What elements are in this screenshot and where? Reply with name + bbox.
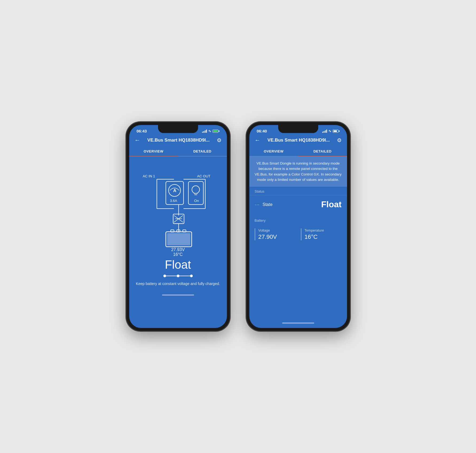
temp-label: Temperature <box>305 228 342 232</box>
back-button[interactable]: ← <box>135 137 140 143</box>
home-bar-2-indicator <box>282 322 314 324</box>
voltage-label: Voltage <box>258 228 296 232</box>
tab-detailed-2[interactable]: DETAILED <box>298 147 347 156</box>
state-dots-icon: ⋯ <box>255 202 259 208</box>
phone-2-tabs: OVERVIEW DETAILED <box>249 147 347 157</box>
phone-2-notch <box>278 125 318 133</box>
tab-overview-2[interactable]: OVERVIEW <box>249 147 298 156</box>
stage-dot-3 <box>190 275 193 277</box>
battery-state: Float <box>165 258 191 271</box>
svg-text:AC OUT: AC OUT <box>197 174 210 178</box>
signal-bars-icon <box>202 130 207 133</box>
phone-2-status-icons: ∿ <box>322 129 340 133</box>
back-button-2[interactable]: ← <box>255 137 261 143</box>
circuit-diagram: AC IN 1 AC OUT <box>135 162 222 253</box>
svg-text:AC IN 1: AC IN 1 <box>143 174 155 178</box>
signal-bars-2-icon <box>322 130 327 133</box>
wifi-2-icon: ∿ <box>328 129 331 133</box>
svg-text:3.6A: 3.6A <box>170 199 177 203</box>
phone-2-home-bar <box>249 319 347 328</box>
state-value: Float <box>321 200 341 209</box>
device-title: VE.Bus Smart HQ1838HD9I... <box>143 138 214 143</box>
phone-1-frame: 06:43 ∿ <box>126 122 230 331</box>
home-bar-indicator <box>162 294 194 296</box>
settings-gear-icon[interactable]: ⚙ <box>217 137 222 143</box>
svg-point-13 <box>192 186 199 194</box>
status-section-label: Status <box>249 187 347 195</box>
tab-detailed[interactable]: DETAILED <box>178 147 227 156</box>
stage-line-1 <box>166 276 177 276</box>
temperature-metric: Temperature 16°C <box>301 228 342 240</box>
temp-value: 16°C <box>305 233 342 240</box>
settings-gear-2-icon[interactable]: ⚙ <box>337 137 342 143</box>
phone-1-tabs: OVERVIEW DETAILED <box>129 147 227 157</box>
keep-charged-text: Keep battery at constant voltage and ful… <box>136 282 220 286</box>
phone-1-notch <box>158 125 198 133</box>
phone-1-screen: 06:43 ∿ <box>129 125 227 328</box>
info-banner: VE.Bus Smart Dongle is running in second… <box>249 157 347 187</box>
battery-metrics: Voltage 27.90V Temperature 16°C <box>249 224 347 245</box>
svg-rect-27 <box>167 233 190 245</box>
voltage-value: 27.90V <box>258 233 296 240</box>
phone-1-header: ← VE.Bus Smart HQ1838HD9I... ⚙ <box>129 135 227 147</box>
svg-text:A: A <box>173 188 176 193</box>
battery-section: Battery Voltage 27.90V Temperature 16°C <box>249 216 347 245</box>
info-banner-text: VE.Bus Smart Dongle is running in second… <box>255 161 342 182</box>
phones-container: 06:43 ∿ <box>126 122 350 331</box>
overview-content: AC IN 1 AC OUT <box>129 157 227 291</box>
battery-2-icon <box>333 130 340 133</box>
battery-icon <box>213 130 219 133</box>
detailed-content: VE.Bus Smart Dongle is running in second… <box>249 157 347 245</box>
phone-2-time: 06:40 <box>257 129 267 133</box>
stage-dot-1 <box>163 275 166 277</box>
state-row: ⋯ State Float <box>249 195 347 214</box>
stage-line-2 <box>179 276 190 276</box>
voltage-metric: Voltage 27.90V <box>255 228 296 240</box>
device-title-2: VE.Bus Smart HQ1838HD9I... <box>263 138 334 143</box>
phone-1-time: 06:43 <box>137 129 147 133</box>
phone-1: 06:43 ∿ <box>126 122 230 331</box>
battery-section-label: Battery <box>249 216 347 224</box>
tab-overview[interactable]: OVERVIEW <box>129 147 178 156</box>
phone-1-home-bar <box>129 291 227 300</box>
phone-2-frame: 06:40 ∿ <box>246 122 350 331</box>
stage-dots <box>163 275 193 277</box>
phone-2-header: ← VE.Bus Smart HQ1838HD9I... ⚙ <box>249 135 347 147</box>
state-label: State <box>263 202 321 207</box>
svg-text:On: On <box>194 199 199 203</box>
phone-2: 06:40 ∿ <box>246 122 350 331</box>
phone-2-screen: 06:40 ∿ <box>249 125 347 328</box>
wifi-icon: ∿ <box>208 129 211 133</box>
phone-1-status-icons: ∿ <box>202 129 219 133</box>
battery-temp: 16°C <box>165 252 191 257</box>
stage-dot-2 <box>177 275 179 277</box>
